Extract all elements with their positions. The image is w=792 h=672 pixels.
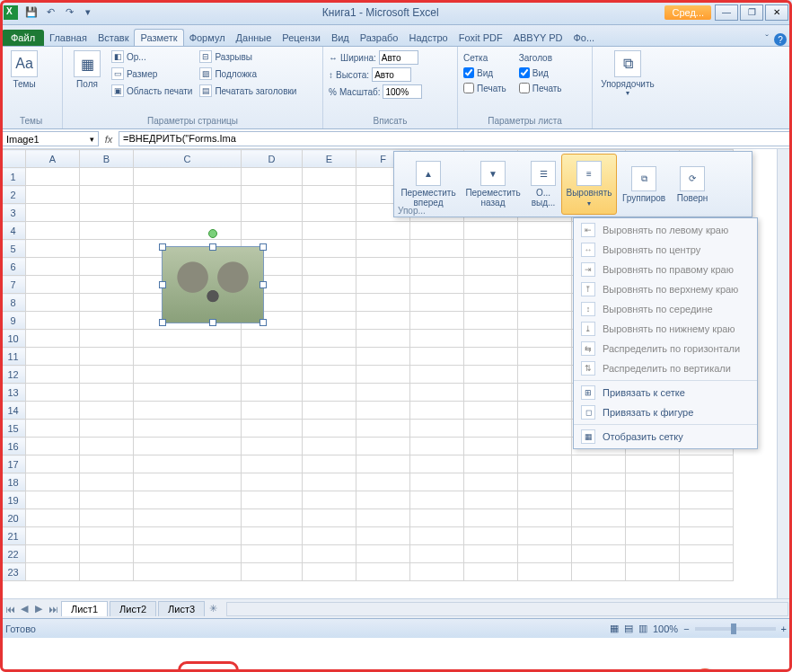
row-header[interactable]: 5 [1,240,26,258]
headings-view-check[interactable]: Вид [519,66,562,80]
tab-foxit[interactable]: Foxit PDF [453,30,508,46]
resize-handle[interactable] [260,319,267,326]
formula-input[interactable]: =ВНЕДРИТЬ("Forms.Ima [119,131,790,146]
orientation-button[interactable]: ◧Ор... [110,49,194,65]
group-button[interactable]: ⧉ Группиров [617,154,671,215]
tab-home[interactable]: Главная [44,30,92,46]
row-header[interactable]: 6 [1,258,26,276]
row-header[interactable]: 1 [1,168,26,186]
show-gridlines-item[interactable]: ▦Отобразить сетку [574,427,757,447]
background-button[interactable]: ▨Подложка [198,66,298,82]
resize-handle[interactable] [209,243,216,251]
tab-abbyy[interactable]: ABBYY PD [508,30,568,46]
gridlines-view-check[interactable]: Вид [463,66,506,80]
tab-file[interactable]: Файл [2,30,44,46]
sheet-nav-first[interactable]: ⏮ [4,603,16,615]
rotate-handle[interactable] [208,229,217,238]
vertical-scrollbar[interactable] [777,149,792,598]
new-sheet-button[interactable]: ✳ [207,603,219,615]
zoom-out-button[interactable]: − [683,623,689,634]
zoom-in-button[interactable]: + [781,623,787,634]
scale-input[interactable] [383,84,422,99]
sheet-tab[interactable]: Лист2 [110,601,156,616]
tab-developer[interactable]: Разрабо [355,30,404,46]
row-header[interactable]: 11 [1,348,26,366]
col-header[interactable]: A [26,150,80,168]
help-icon[interactable]: ? [774,33,787,46]
maximize-button[interactable]: ❐ [740,4,763,21]
align-button[interactable]: ≡ Выровнять ▾ [561,154,617,215]
align-bottom-item[interactable]: ⤓Выровнять по нижнему краю [574,319,757,339]
tab-view[interactable]: Вид [326,30,355,46]
align-right-item[interactable]: ⇥Выровнять по правому краю [574,260,757,279]
tab-addins[interactable]: Надстро [403,30,453,46]
row-header[interactable]: 19 [1,491,26,509]
gridlines-print-check[interactable]: Печать [463,81,506,95]
row-header[interactable]: 13 [1,384,26,402]
selection-pane-button[interactable]: ☰ О... выд... [525,154,561,215]
resize-handle[interactable] [159,281,166,288]
col-header[interactable]: E [303,150,356,168]
zoom-slider[interactable] [695,627,776,631]
view-pagebreak-icon[interactable]: ▥ [638,623,647,634]
view-layout-icon[interactable]: ▤ [624,623,633,634]
qat-undo[interactable]: ↶ [42,4,58,21]
qat-save[interactable]: 💾 [23,4,40,21]
row-header[interactable]: 3 [1,204,26,222]
tab-insert[interactable]: Вставк [92,30,135,46]
align-center-h-item[interactable]: ↔Выровнять по центру [574,240,757,260]
resize-handle[interactable] [159,319,166,326]
send-backward-button[interactable]: ▼ Переместить назад [461,154,525,215]
qat-customize[interactable]: ▾ [80,4,96,21]
select-all-corner[interactable] [1,150,26,168]
resize-handle[interactable] [260,281,267,288]
print-titles-button[interactable]: ▤Печатать заголовки [198,83,298,99]
row-header[interactable]: 2 [1,186,26,204]
sheet-tab[interactable]: Лист3 [158,601,205,616]
row-header[interactable]: 21 [1,527,26,545]
breaks-button[interactable]: ⊟Разрывы [198,49,298,65]
name-box[interactable]: Image1▾ [2,131,99,146]
snap-to-grid-item[interactable]: ⊞Привязать к сетке [574,383,757,402]
row-header[interactable]: 20 [1,509,26,527]
tab-page-layout[interactable]: Разметк [134,29,183,46]
sheet-nav-prev[interactable]: ◀ [18,603,31,615]
align-middle-item[interactable]: ↕Выровнять по середине [574,299,757,319]
row-header[interactable]: 16 [1,438,26,455]
col-header[interactable]: D [242,150,303,168]
print-area-button[interactable]: ▣Область печати [110,83,194,99]
qat-redo[interactable]: ↷ [61,4,77,21]
tab-review[interactable]: Рецензи [277,30,326,46]
col-header[interactable]: B [80,150,134,168]
distribute-v-item[interactable]: ⇅Распределить по вертикали [574,358,757,378]
minimize-ribbon-icon[interactable]: ˇ [765,33,769,46]
row-header[interactable]: 8 [1,294,26,312]
col-header[interactable]: C [134,150,242,168]
sheet-nav-next[interactable]: ▶ [32,603,45,615]
resize-handle[interactable] [260,243,267,251]
themes-button[interactable]: Аа Темы [5,49,43,91]
row-header[interactable]: 18 [1,473,26,491]
row-header[interactable]: 9 [1,312,26,330]
sheet-nav-last[interactable]: ⏭ [47,603,59,615]
size-button[interactable]: ▭Размер [110,66,194,82]
row-header[interactable]: 22 [1,545,26,563]
snap-to-shape-item[interactable]: ◻Привязать к фигуре [574,402,757,422]
fx-icon[interactable]: fx [101,129,117,148]
distribute-h-item[interactable]: ⇆Распределить по горизонтали [574,339,757,358]
height-input[interactable] [372,67,411,82]
row-header[interactable]: 14 [1,402,26,420]
horizontal-scrollbar[interactable] [226,602,788,616]
headings-print-check[interactable]: Печать [519,81,562,95]
tab-format[interactable]: Фо... [568,30,600,46]
align-top-item[interactable]: ⤒Выровнять по верхнему краю [574,279,757,299]
align-left-item[interactable]: ⇤Выровнять по левому краю [574,220,757,240]
row-header[interactable]: 4 [1,222,26,240]
tab-data[interactable]: Данные [231,30,277,46]
width-input[interactable] [379,50,418,65]
sheet-tab-active[interactable]: Лист1 [61,601,108,616]
view-normal-icon[interactable]: ▦ [610,623,619,634]
rotate-button[interactable]: ⟳ Поверн [671,154,714,215]
margins-button[interactable]: ▦ Поля [68,49,106,91]
zoom-level[interactable]: 100% [653,623,678,634]
